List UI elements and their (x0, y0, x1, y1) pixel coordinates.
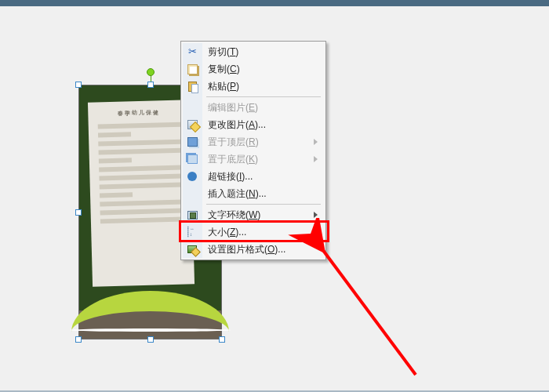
resize-handle-bl[interactable] (75, 336, 82, 343)
hyperlink-icon (186, 170, 198, 183)
context-menu: ✂ 剪切(T) 复制(C) 粘贴(P) 编辑图片(E) 更改图片(A)... 置… (180, 41, 326, 260)
send-back-icon (186, 153, 198, 165)
menu-item-paste[interactable]: 粘贴(P) (183, 78, 324, 95)
menu-item-size[interactable]: ┇↔┇↕ 大小(Z)... (183, 223, 324, 241)
menu-item-change-image[interactable]: 更改图片(A)... (183, 116, 324, 133)
resize-handle-tm[interactable] (147, 82, 154, 88)
submenu-arrow-icon (314, 156, 318, 162)
menu-label: 置于底层(K) (208, 151, 314, 168)
resize-handle-br[interactable] (219, 336, 225, 343)
resize-handle-tl[interactable] (75, 82, 82, 88)
menu-label: 大小(Z)... (208, 223, 324, 241)
format-picture-icon (186, 243, 198, 256)
menu-item-cut[interactable]: ✂ 剪切(T) (183, 43, 324, 60)
submenu-arrow-icon (314, 139, 318, 145)
menu-item-edit-image: 编辑图片(E) (183, 99, 324, 116)
image-paper-sheet: 春季幼儿保健 (88, 100, 195, 286)
bring-front-icon (186, 136, 198, 148)
menu-label: 剪切(T) (208, 43, 324, 60)
rotation-handle[interactable] (147, 68, 155, 76)
resize-handle-bm[interactable] (147, 336, 154, 343)
size-icon: ┇↔┇↕ (186, 226, 198, 238)
menu-label: 置于顶层(R) (208, 133, 314, 151)
app-titlebar (0, 0, 549, 6)
document-canvas[interactable]: 春季幼儿保健 ✂ 剪切(T) 复制(C) 粘贴(P) 编辑图片(E) (0, 6, 549, 390)
menu-label: 超链接(I)... (208, 168, 324, 185)
change-image-icon (186, 118, 198, 131)
menu-item-bring-front: 置于顶层(R) (183, 133, 324, 151)
menu-item-send-back: 置于底层(K) (183, 151, 324, 168)
paste-icon (186, 80, 198, 93)
menu-item-copy[interactable]: 复制(C) (183, 60, 324, 78)
resize-handle-ml[interactable] (75, 209, 82, 216)
submenu-arrow-icon (314, 212, 318, 218)
menu-label: 编辑图片(E) (208, 99, 324, 116)
menu-label: 更改图片(A)... (208, 116, 324, 133)
menu-label: 插入题注(N)... (208, 185, 324, 202)
svg-line-0 (320, 246, 416, 375)
scissors-icon: ✂ (186, 45, 198, 58)
text-wrap-icon (186, 209, 198, 221)
menu-item-hyperlink[interactable]: 超链接(I)... (183, 168, 324, 185)
paper-heading: 春季幼儿保健 (97, 108, 180, 118)
menu-label: 设置图片格式(O)... (208, 241, 324, 258)
menu-item-text-wrap[interactable]: 文字环绕(W) (183, 206, 324, 223)
copy-icon (186, 63, 198, 75)
menu-item-format-picture[interactable]: 设置图片格式(O)... (183, 241, 324, 258)
menu-item-insert-caption[interactable]: 插入题注(N)... (183, 185, 324, 202)
menu-label: 复制(C) (208, 60, 324, 78)
menu-label: 文字环绕(W) (208, 206, 314, 223)
menu-label: 粘贴(P) (208, 78, 324, 95)
